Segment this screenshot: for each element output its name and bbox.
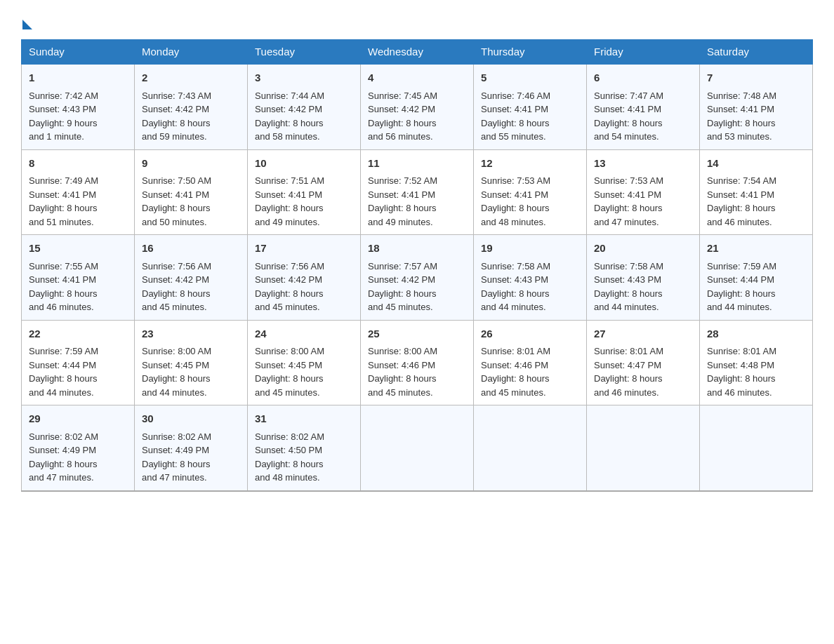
day-info: Sunrise: 7:46 AMSunset: 4:41 PMDaylight:… — [481, 90, 550, 142]
day-cell: 1Sunrise: 7:42 AMSunset: 4:43 PMDaylight… — [22, 64, 135, 149]
day-number: 7 — [707, 70, 805, 86]
day-number: 18 — [368, 241, 466, 257]
day-cell: 6Sunrise: 7:47 AMSunset: 4:41 PMDaylight… — [587, 64, 700, 149]
day-cell: 31Sunrise: 8:02 AMSunset: 4:50 PMDayligh… — [248, 405, 361, 491]
week-row-1: 1Sunrise: 7:42 AMSunset: 4:43 PMDaylight… — [22, 64, 813, 149]
day-info: Sunrise: 7:53 AMSunset: 4:41 PMDaylight:… — [594, 175, 663, 227]
day-number: 28 — [707, 326, 805, 342]
day-info: Sunrise: 8:02 AMSunset: 4:49 PMDaylight:… — [142, 431, 211, 483]
day-info: Sunrise: 7:44 AMSunset: 4:42 PMDaylight:… — [255, 90, 324, 142]
day-cell: 26Sunrise: 8:01 AMSunset: 4:46 PMDayligh… — [474, 320, 587, 405]
day-cell: 9Sunrise: 7:50 AMSunset: 4:41 PMDaylight… — [135, 149, 248, 235]
day-info: Sunrise: 8:02 AMSunset: 4:50 PMDaylight:… — [255, 431, 324, 483]
day-info: Sunrise: 7:56 AMSunset: 4:42 PMDaylight:… — [142, 261, 211, 313]
day-number: 8 — [29, 156, 127, 172]
day-info: Sunrise: 7:56 AMSunset: 4:42 PMDaylight:… — [255, 261, 324, 313]
day-info: Sunrise: 8:00 AMSunset: 4:45 PMDaylight:… — [255, 346, 324, 398]
day-number: 26 — [481, 326, 579, 342]
day-cell: 3Sunrise: 7:44 AMSunset: 4:42 PMDaylight… — [248, 64, 361, 149]
day-cell: 30Sunrise: 8:02 AMSunset: 4:49 PMDayligh… — [135, 405, 248, 491]
day-number: 11 — [368, 156, 466, 172]
column-header-saturday: Saturday — [700, 40, 813, 65]
day-number: 20 — [594, 241, 692, 257]
day-number: 29 — [29, 411, 127, 427]
column-header-monday: Monday — [135, 40, 248, 65]
day-info: Sunrise: 8:01 AMSunset: 4:46 PMDaylight:… — [481, 346, 550, 398]
day-number: 10 — [255, 156, 353, 172]
day-cell: 4Sunrise: 7:45 AMSunset: 4:42 PMDaylight… — [361, 64, 474, 149]
day-cell: 11Sunrise: 7:52 AMSunset: 4:41 PMDayligh… — [361, 149, 474, 235]
day-info: Sunrise: 8:01 AMSunset: 4:47 PMDaylight:… — [594, 346, 663, 398]
day-cell — [587, 405, 700, 491]
day-number: 31 — [255, 411, 353, 427]
day-info: Sunrise: 7:59 AMSunset: 4:44 PMDaylight:… — [707, 261, 776, 313]
day-cell: 2Sunrise: 7:43 AMSunset: 4:42 PMDaylight… — [135, 64, 248, 149]
day-info: Sunrise: 7:53 AMSunset: 4:41 PMDaylight:… — [481, 175, 550, 227]
day-cell: 13Sunrise: 7:53 AMSunset: 4:41 PMDayligh… — [587, 149, 700, 235]
day-number: 14 — [707, 156, 805, 172]
day-number: 9 — [142, 156, 240, 172]
day-cell: 29Sunrise: 8:02 AMSunset: 4:49 PMDayligh… — [22, 405, 135, 491]
week-row-2: 8Sunrise: 7:49 AMSunset: 4:41 PMDaylight… — [22, 149, 813, 235]
day-number: 24 — [255, 326, 353, 342]
day-number: 6 — [594, 70, 692, 86]
day-info: Sunrise: 7:58 AMSunset: 4:43 PMDaylight:… — [481, 261, 550, 313]
week-row-5: 29Sunrise: 8:02 AMSunset: 4:49 PMDayligh… — [22, 405, 813, 491]
day-number: 5 — [481, 70, 579, 86]
day-cell: 21Sunrise: 7:59 AMSunset: 4:44 PMDayligh… — [700, 235, 813, 321]
day-cell: 19Sunrise: 7:58 AMSunset: 4:43 PMDayligh… — [474, 235, 587, 321]
header-row: SundayMondayTuesdayWednesdayThursdayFrid… — [22, 40, 813, 65]
day-info: Sunrise: 7:57 AMSunset: 4:42 PMDaylight:… — [368, 261, 437, 313]
day-info: Sunrise: 7:48 AMSunset: 4:41 PMDaylight:… — [707, 90, 776, 142]
day-number: 1 — [29, 70, 127, 86]
day-number: 30 — [142, 411, 240, 427]
day-info: Sunrise: 7:45 AMSunset: 4:42 PMDaylight:… — [368, 90, 437, 142]
day-info: Sunrise: 7:59 AMSunset: 4:44 PMDaylight:… — [29, 346, 98, 398]
day-info: Sunrise: 8:02 AMSunset: 4:49 PMDaylight:… — [29, 431, 98, 483]
day-info: Sunrise: 7:58 AMSunset: 4:43 PMDaylight:… — [594, 261, 663, 313]
logo — [21, 14, 32, 27]
day-cell: 12Sunrise: 7:53 AMSunset: 4:41 PMDayligh… — [474, 149, 587, 235]
column-header-friday: Friday — [587, 40, 700, 65]
day-cell: 7Sunrise: 7:48 AMSunset: 4:41 PMDaylight… — [700, 64, 813, 149]
day-number: 3 — [255, 70, 353, 86]
day-cell: 16Sunrise: 7:56 AMSunset: 4:42 PMDayligh… — [135, 235, 248, 321]
day-cell: 23Sunrise: 8:00 AMSunset: 4:45 PMDayligh… — [135, 320, 248, 405]
day-cell: 17Sunrise: 7:56 AMSunset: 4:42 PMDayligh… — [248, 235, 361, 321]
day-cell: 10Sunrise: 7:51 AMSunset: 4:41 PMDayligh… — [248, 149, 361, 235]
day-cell: 22Sunrise: 7:59 AMSunset: 4:44 PMDayligh… — [22, 320, 135, 405]
column-header-wednesday: Wednesday — [361, 40, 474, 65]
day-cell: 28Sunrise: 8:01 AMSunset: 4:48 PMDayligh… — [700, 320, 813, 405]
day-number: 21 — [707, 241, 805, 257]
day-info: Sunrise: 7:47 AMSunset: 4:41 PMDaylight:… — [594, 90, 663, 142]
day-info: Sunrise: 7:42 AMSunset: 4:43 PMDaylight:… — [29, 90, 98, 142]
day-number: 23 — [142, 326, 240, 342]
day-cell — [700, 405, 813, 491]
day-cell: 5Sunrise: 7:46 AMSunset: 4:41 PMDaylight… — [474, 64, 587, 149]
day-cell: 15Sunrise: 7:55 AMSunset: 4:41 PMDayligh… — [22, 235, 135, 321]
day-info: Sunrise: 7:49 AMSunset: 4:41 PMDaylight:… — [29, 175, 98, 227]
day-cell — [474, 405, 587, 491]
day-info: Sunrise: 8:00 AMSunset: 4:45 PMDaylight:… — [142, 346, 211, 398]
day-number: 12 — [481, 156, 579, 172]
day-number: 25 — [368, 326, 466, 342]
day-number: 27 — [594, 326, 692, 342]
day-number: 17 — [255, 241, 353, 257]
column-header-sunday: Sunday — [22, 40, 135, 65]
day-cell: 8Sunrise: 7:49 AMSunset: 4:41 PMDaylight… — [22, 149, 135, 235]
day-cell: 20Sunrise: 7:58 AMSunset: 4:43 PMDayligh… — [587, 235, 700, 321]
day-number: 15 — [29, 241, 127, 257]
day-cell: 14Sunrise: 7:54 AMSunset: 4:41 PMDayligh… — [700, 149, 813, 235]
day-cell: 25Sunrise: 8:00 AMSunset: 4:46 PMDayligh… — [361, 320, 474, 405]
day-info: Sunrise: 7:54 AMSunset: 4:41 PMDaylight:… — [707, 175, 776, 227]
day-cell — [361, 405, 474, 491]
day-number: 19 — [481, 241, 579, 257]
day-info: Sunrise: 7:55 AMSunset: 4:41 PMDaylight:… — [29, 261, 98, 313]
day-cell: 24Sunrise: 8:00 AMSunset: 4:45 PMDayligh… — [248, 320, 361, 405]
calendar-table: SundayMondayTuesdayWednesdayThursdayFrid… — [21, 39, 813, 492]
day-number: 16 — [142, 241, 240, 257]
day-number: 13 — [594, 156, 692, 172]
column-header-thursday: Thursday — [474, 40, 587, 65]
day-info: Sunrise: 8:00 AMSunset: 4:46 PMDaylight:… — [368, 346, 437, 398]
day-cell: 27Sunrise: 8:01 AMSunset: 4:47 PMDayligh… — [587, 320, 700, 405]
